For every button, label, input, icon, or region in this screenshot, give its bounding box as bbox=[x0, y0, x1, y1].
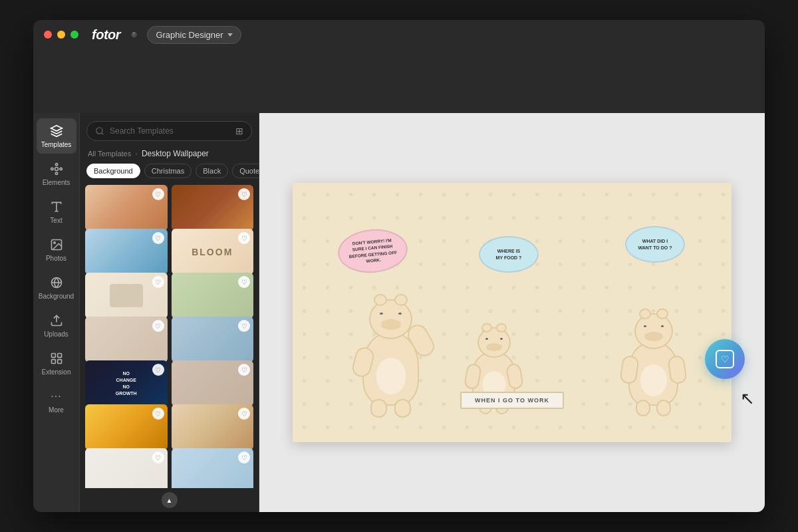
maximize-button[interactable] bbox=[70, 31, 78, 39]
scroll-up-button[interactable]: ▲ bbox=[162, 492, 178, 508]
mode-label: Graphic Designer bbox=[156, 30, 223, 40]
template-item[interactable]: ♡ bbox=[85, 448, 168, 488]
breadcrumb-current: Desktop Wallpaper bbox=[142, 149, 209, 158]
sidebar-label-templates: Templates bbox=[41, 141, 72, 148]
favorite-badge[interactable]: ♡ bbox=[238, 364, 250, 376]
layers-icon bbox=[49, 124, 64, 138]
elements-icon bbox=[49, 162, 64, 176]
sidebar-item-elements[interactable]: Elements bbox=[37, 156, 76, 192]
svg-point-4 bbox=[60, 168, 62, 170]
svg-point-6 bbox=[53, 242, 55, 244]
favorite-badge[interactable]: ♡ bbox=[152, 364, 164, 376]
svg-point-3 bbox=[51, 168, 53, 170]
sidebar-label-elements: Elements bbox=[43, 179, 70, 186]
search-box: ⊞ bbox=[86, 121, 252, 141]
breadcrumb-root[interactable]: All Templates bbox=[88, 150, 131, 158]
chevron-down-icon bbox=[227, 33, 233, 37]
svg-point-0 bbox=[55, 168, 58, 171]
heart-icon: ♡ bbox=[721, 354, 730, 364]
sidebar-icons: Templates Elements bbox=[33, 113, 80, 512]
svg-point-1 bbox=[55, 164, 57, 166]
logo-sup: ® bbox=[132, 31, 136, 39]
mode-selector[interactable]: Graphic Designer bbox=[147, 26, 241, 44]
bear-scene: DON'T WORRY! I'M SURE I CAN FINISH BEFOR… bbox=[293, 183, 732, 442]
favorite-badge[interactable]: ♡ bbox=[152, 408, 164, 420]
sidebar-label-text: Text bbox=[50, 217, 62, 224]
background-icon bbox=[49, 275, 64, 290]
main-layout: Templates Elements bbox=[33, 49, 765, 512]
template-item[interactable]: ♡ bbox=[85, 273, 168, 319]
canvas-container[interactable]: DON'T WORRY! I'M SURE I CAN FINISH BEFOR… bbox=[293, 183, 732, 442]
svg-rect-8 bbox=[51, 354, 55, 358]
app-logo: fotor bbox=[92, 27, 120, 43]
breadcrumb-separator: › bbox=[135, 150, 138, 158]
tag-quote[interactable]: Quote» bbox=[232, 164, 259, 178]
fab-favorite-button[interactable]: ♡ bbox=[705, 339, 745, 379]
traffic-lights bbox=[44, 31, 78, 39]
sidebar-item-extension[interactable]: Extension bbox=[37, 346, 76, 381]
template-item[interactable]: ♡ bbox=[172, 317, 254, 362]
sidebar-item-text[interactable]: Text bbox=[37, 194, 76, 229]
svg-point-12 bbox=[96, 128, 102, 134]
tag-christmas[interactable]: Christmas bbox=[144, 164, 192, 178]
template-item[interactable]: ♡ bbox=[172, 273, 254, 319]
sidebar-label-extension: Extension bbox=[42, 368, 71, 376]
favorite-badge[interactable]: ♡ bbox=[152, 188, 164, 200]
template-item[interactable]: ♡ BLOOM bbox=[172, 229, 254, 275]
template-item[interactable]: ♡ NOCHANGENOGROWTH bbox=[85, 360, 168, 406]
svg-point-2 bbox=[55, 172, 57, 174]
sidebar-item-background[interactable]: Background bbox=[37, 270, 76, 305]
extension-icon bbox=[49, 351, 64, 366]
svg-rect-10 bbox=[51, 360, 55, 364]
sidebar-item-templates[interactable]: Templates bbox=[37, 118, 76, 154]
search-icon bbox=[95, 126, 104, 136]
favorite-badge[interactable]: ♡ bbox=[152, 320, 164, 332]
minimize-button[interactable] bbox=[57, 31, 65, 39]
text-icon bbox=[49, 200, 64, 214]
sidebar-item-photos[interactable]: Photos bbox=[37, 232, 76, 267]
template-item[interactable]: ♡ bbox=[85, 404, 168, 450]
template-label: BLOOM bbox=[192, 247, 233, 257]
template-item[interactable]: ♡ bbox=[172, 404, 254, 450]
template-item[interactable]: ♡ bbox=[85, 317, 168, 362]
favorite-badge[interactable]: ♡ bbox=[152, 276, 164, 288]
favorite-badge[interactable]: ♡ bbox=[152, 232, 164, 244]
favorite-badge[interactable]: ♡ bbox=[238, 276, 250, 288]
filter-tags: Background Christmas Black Quote» bbox=[80, 164, 259, 185]
template-item[interactable]: ♡ bbox=[85, 229, 168, 275]
title-bar: fotor® Graphic Designer bbox=[33, 20, 765, 49]
search-input[interactable] bbox=[110, 126, 230, 136]
speech-bubble-2: WHERE ISMY FOOD ? bbox=[479, 236, 539, 273]
sidebar-label-uploads: Uploads bbox=[44, 331, 68, 338]
canvas-banner: WHEN I GO TO WORK bbox=[460, 392, 564, 409]
filter-icon[interactable]: ⊞ bbox=[235, 126, 243, 136]
favorite-badge[interactable]: ♡ bbox=[238, 320, 250, 332]
tag-background[interactable]: Background bbox=[86, 164, 140, 178]
favorite-badge[interactable]: ♡ bbox=[238, 452, 250, 464]
template-item[interactable]: ♡ bbox=[172, 448, 254, 488]
close-button[interactable] bbox=[44, 31, 52, 39]
cursor: ↖ bbox=[740, 388, 755, 409]
bear-3 bbox=[628, 342, 678, 406]
sidebar-item-uploads[interactable]: Uploads bbox=[37, 308, 76, 343]
content-area: Templates Elements bbox=[33, 113, 765, 512]
favorite-badge[interactable]: ♡ bbox=[238, 188, 250, 200]
sidebar-label-background: Background bbox=[39, 293, 74, 300]
breadcrumb: All Templates › Desktop Wallpaper bbox=[80, 146, 259, 164]
svg-rect-9 bbox=[57, 354, 61, 358]
upload-icon bbox=[49, 313, 64, 328]
templates-panel: ⊞ All Templates › Desktop Wallpaper Back… bbox=[80, 113, 259, 512]
favorite-badge[interactable]: ♡ bbox=[152, 452, 164, 464]
svg-rect-11 bbox=[57, 360, 61, 364]
sidebar-item-more[interactable]: ··· More bbox=[37, 384, 76, 419]
sidebar-label-more: More bbox=[49, 406, 64, 414]
favorite-badge[interactable]: ♡ bbox=[238, 232, 250, 244]
template-item[interactable]: ♡ bbox=[172, 360, 254, 406]
template-item[interactable]: ♡ bbox=[85, 185, 168, 231]
tag-black[interactable]: Black bbox=[196, 164, 228, 178]
more-icon: ··· bbox=[49, 389, 64, 404]
sidebar-label-photos: Photos bbox=[46, 255, 66, 262]
favorite-badge[interactable]: ♡ bbox=[238, 408, 250, 420]
fab-icon: ♡ bbox=[716, 350, 734, 368]
template-item[interactable]: ♡ bbox=[172, 185, 254, 231]
